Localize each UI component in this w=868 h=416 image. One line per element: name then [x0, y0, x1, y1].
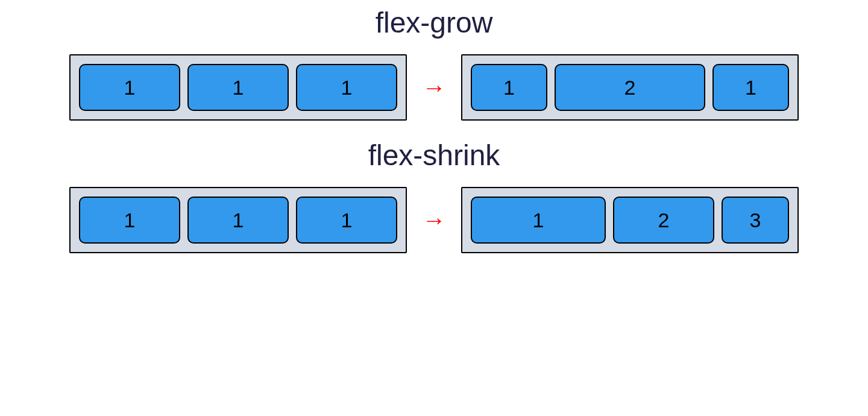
flex-grow-heading: flex-grow [376, 6, 493, 39]
flex-shrink-after-container: 1 2 3 [461, 187, 799, 253]
box: 1 [471, 197, 606, 244]
flex-grow-before-container: 1 1 1 [69, 54, 407, 121]
box: 1 [79, 64, 180, 111]
box: 1 [187, 197, 289, 244]
flex-grow-row: 1 1 1 → 1 2 1 [69, 54, 799, 121]
arrow-right-icon: → [422, 208, 446, 232]
flex-shrink-row: 1 1 1 → 1 2 3 [69, 187, 799, 253]
box: 1 [187, 64, 289, 111]
flex-shrink-before-container: 1 1 1 [69, 187, 407, 253]
flex-shrink-heading: flex-shrink [368, 139, 500, 172]
box: 1 [296, 64, 397, 111]
box: 1 [712, 64, 789, 111]
box: 3 [722, 197, 789, 244]
box: 2 [613, 197, 714, 244]
box: 1 [296, 197, 397, 244]
flex-shrink-section: flex-shrink 1 1 1 → 1 2 3 [0, 139, 868, 253]
box: 1 [79, 197, 180, 244]
arrow-right-icon: → [422, 75, 446, 99]
box: 2 [555, 64, 705, 111]
box: 1 [471, 64, 547, 111]
flex-grow-section: flex-grow 1 1 1 → 1 2 1 [0, 6, 868, 121]
flex-grow-after-container: 1 2 1 [461, 54, 799, 121]
